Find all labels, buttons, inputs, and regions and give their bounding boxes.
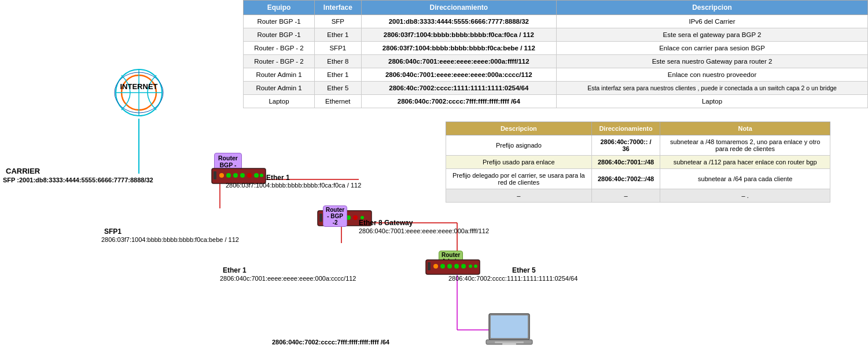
table-cell: subnetear a /112 para hacer enlace con r… (660, 156, 830, 169)
table-cell: subnetear a /48 tomaremos 2, uno para en… (660, 135, 830, 156)
table-row: LaptopEthernet2806:040c:7002:cccc:7fff:f… (244, 95, 868, 108)
sfp1-label: SFP1 (104, 227, 122, 236)
table-cell: Este sera nuestro Gateway para router 2 (557, 55, 868, 68)
table-cell: Router BGP -1 (244, 15, 315, 28)
ether5-ip: 2806:40c:7002:cccc:1111:1111:1111:0254/6… (448, 275, 578, 282)
table-cell: Ether 8 (315, 55, 362, 68)
col-header-interface: Interface (315, 1, 362, 15)
svg-point-32 (433, 264, 438, 269)
table-cell: Ether 1 (315, 68, 362, 82)
carrier-sfp-label: SFP :2001:db8:3333:4444:5555:6666:7777:8… (3, 177, 153, 183)
svg-point-21 (260, 174, 263, 177)
second-table: Descripcion Direccionamiento Nota Prefij… (446, 122, 830, 203)
main-table: Equipo Interface Direccionamiento Descri… (243, 0, 868, 108)
table-cell: 2806:40c:7001::/48 (591, 156, 660, 169)
cloud-svg (90, 67, 188, 119)
col2-header-dir: Direccionamiento (591, 122, 660, 135)
table-cell: Ether 1 (315, 28, 362, 42)
table-cell: Router Admin 1 (244, 82, 315, 95)
table-cell: Ether 5 (315, 82, 362, 95)
table-cell: Router - BGP - 2 (244, 42, 315, 55)
svg-rect-23 (319, 214, 322, 222)
table-row: Router BGP -1Ether 12806:03f7:1004:bbbb:… (244, 28, 868, 42)
table-cell: 2806:40c:7002::/48 (591, 169, 660, 189)
svg-point-35 (454, 264, 459, 269)
table-cell: Enlace con nuestro proveedor (557, 68, 868, 82)
table-cell: – (446, 189, 592, 203)
svg-rect-42 (495, 341, 524, 343)
table-cell: SFP1 (315, 42, 362, 55)
table-cell: 2806:040c:7001:eeee:eeee:eeee:000a:ffff/… (361, 55, 556, 68)
table-cell: 2806:40c:7000:: / 36 (591, 135, 660, 156)
table-cell: Router BGP -1 (244, 28, 315, 42)
svg-point-16 (226, 173, 231, 178)
table-cell: 2806:03f7:1004:bbbb:bbbb:bbbb:f0ca:f0ca … (361, 28, 556, 42)
col-header-descripcion: Descripcion (557, 1, 868, 15)
table-cell: Laptop (244, 95, 315, 108)
ether1-bgp1-ip: 2806:03f7:1004:bbbb:bbbb:bbbb:f0ca:f0ca … (226, 182, 361, 189)
table-cell: 2806:040c:7002:cccc:7fff:ffff:ffff:ffff … (361, 95, 556, 108)
internet-cloud: INTERNET (90, 67, 188, 130)
col2-header-nota: Nota (660, 122, 830, 135)
svg-point-17 (233, 173, 238, 178)
col-header-equipo: Equipo (244, 1, 315, 15)
svg-point-18 (240, 173, 245, 178)
sfp1-ip: 2806:03f7:1004:bbbb:bbbb:bbbb:f0ca:bebe … (101, 236, 239, 243)
table-cell: 2806:40c:7002:cccc:1111:1111:1111:0254/6… (361, 82, 556, 95)
table-cell: – . (660, 189, 830, 203)
table-cell: Enlace con carrier para sesion BGP (557, 42, 868, 55)
svg-point-37 (469, 265, 472, 268)
router-bgp2-label: Router - BGP -2 (323, 205, 347, 227)
ether1-admin-label: Ether 1 (223, 266, 247, 274)
svg-point-38 (474, 265, 477, 268)
svg-rect-31 (428, 262, 431, 270)
table-row: Router - BGP - 2SFP12806:03f7:1004:bbbb:… (244, 42, 868, 55)
table-cell: 2806:03f7:1004:bbbb:bbbb:bbbb:f0ca:bebe … (361, 42, 556, 55)
svg-point-15 (219, 173, 224, 178)
svg-point-36 (461, 264, 466, 269)
table-cell: Router Admin 1 (244, 68, 315, 82)
ether8-label: Ether 8 Gateway (359, 219, 413, 227)
table-row: Prefijo usado para enlace2806:40c:7001::… (446, 156, 830, 169)
table-cell: Ethernet (315, 95, 362, 108)
col2-header-descripcion: Descripcion (446, 122, 592, 135)
table-row: Router Admin 1Ether 52806:40c:7002:cccc:… (244, 82, 868, 95)
svg-point-19 (247, 173, 252, 178)
svg-rect-43 (502, 343, 516, 345)
ether5-label: Ether 5 (512, 266, 536, 274)
svg-point-28 (353, 215, 358, 220)
laptop-svg (483, 313, 535, 350)
table-row: ––– . (446, 189, 830, 203)
table-row: Router - BGP - 2Ether 82806:040c:7001:ee… (244, 55, 868, 68)
carrier-label: CARRIER (6, 167, 40, 175)
table-cell: 2806:040c:7001:eeee:eeee:eeee:000a:cccc/… (361, 68, 556, 82)
table-cell: subnetear a /64 para cada cliente (660, 169, 830, 189)
table-cell: IPv6 del Carrier (557, 15, 868, 28)
laptop-device (483, 313, 535, 350)
ether1-bgp1-label: Ether 1 (266, 174, 290, 182)
laptop-ip: 2806:040c:7002:cccc:7fff:ffff:ffff:ffff … (272, 339, 389, 346)
table-row: Router BGP -1SFP2001:db8:3333:4444:5555:… (244, 15, 868, 28)
router-admin1-svg (425, 259, 480, 275)
second-table-section: Descripcion Direccionamiento Nota Prefij… (446, 122, 830, 203)
svg-point-33 (440, 264, 445, 269)
ether8-ip: 2806:040c:7001:eeee:eeee:eeee:000a:ffff/… (359, 227, 489, 234)
svg-rect-14 (214, 171, 216, 179)
table-cell: SFP (315, 15, 362, 28)
main-table-section: Equipo Interface Direccionamiento Descri… (243, 0, 868, 108)
table-cell: 2001:db8:3333:4444:5555:6666:7777:8888/3… (361, 15, 556, 28)
table-cell: – (591, 189, 660, 203)
svg-rect-40 (491, 315, 528, 338)
router-admin1-device (425, 259, 480, 277)
internet-label: INTERNET (90, 82, 188, 91)
table-cell: Laptop (557, 95, 868, 108)
ether1-admin-ip: 2806:040c:7001:eeee:eeee:eeee:000a:cccc/… (220, 275, 356, 282)
svg-point-20 (254, 173, 259, 178)
table-row: Prefijo asignado2806:40c:7000:: / 36subn… (446, 135, 830, 156)
table-cell: Prefijo usado para enlace (446, 156, 592, 169)
table-row: Prefijo delegado por el carrier, se usar… (446, 169, 830, 189)
col-header-direccionamiento: Direccionamiento (361, 1, 556, 15)
table-cell: Este sera el gateway para BGP 2 (557, 28, 868, 42)
table-cell: Router - BGP - 2 (244, 55, 315, 68)
table-cell: Prefijo delegado por el carrier, se usar… (446, 169, 592, 189)
